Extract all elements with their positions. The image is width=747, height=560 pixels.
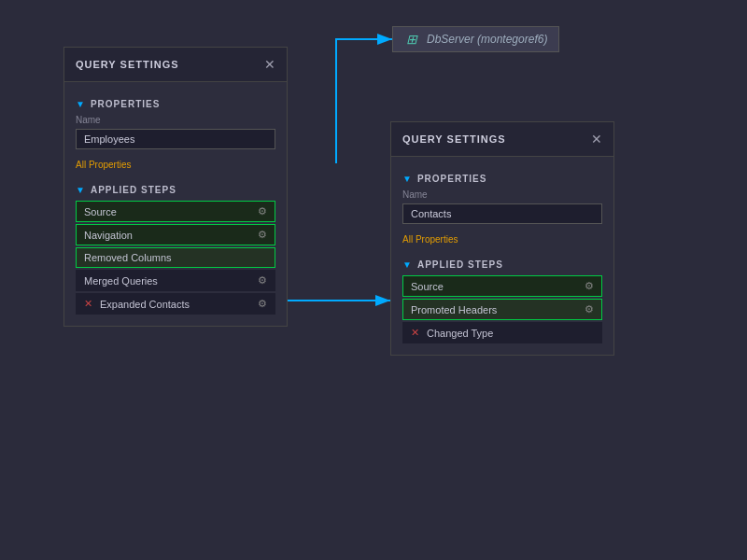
right-step-source[interactable]: Source ⚙ — [402, 275, 602, 297]
right-panel-header: QUERY SETTINGS ✕ — [391, 122, 613, 157]
left-panel-close-button[interactable]: ✕ — [264, 57, 275, 72]
left-step-expanded-contacts[interactable]: ✕ Expanded Contacts ⚙ — [76, 293, 275, 315]
left-step-navigation[interactable]: Navigation ⚙ — [76, 224, 275, 245]
right-step-changed-type-x-icon: ✕ — [411, 327, 419, 339]
left-applied-steps-section-header: ▼ APPLIED STEPS — [76, 185, 275, 195]
left-panel-title: QUERY SETTINGS — [76, 59, 179, 70]
right-steps-triangle: ▼ — [402, 259, 412, 270]
right-step-source-label: Source — [411, 281, 444, 292]
left-step-source-label: Source — [84, 206, 117, 217]
right-properties-triangle: ▼ — [402, 174, 412, 184]
left-properties-section-header: ▼ PROPERTIES — [76, 99, 275, 109]
left-step-merged-queries-gear-icon[interactable]: ⚙ — [258, 274, 267, 287]
right-step-source-gear-icon[interactable]: ⚙ — [585, 280, 594, 292]
left-step-source-gear-icon[interactable]: ⚙ — [258, 205, 267, 217]
db-icon: ⊞ — [404, 32, 419, 47]
left-all-properties-link[interactable]: All Properties — [76, 160, 131, 170]
left-properties-triangle: ▼ — [76, 99, 85, 109]
db-server-badge: ⊞ DbServer (montegoref6) — [392, 26, 559, 52]
right-panel-title: QUERY SETTINGS — [402, 133, 506, 145]
right-panel-close-button[interactable]: ✕ — [591, 132, 602, 147]
left-step-merged-queries-label: Merged Queries — [84, 275, 158, 287]
left-panel-header: QUERY SETTINGS ✕ — [64, 48, 287, 82]
right-step-promoted-headers[interactable]: Promoted Headers ⚙ — [402, 299, 602, 320]
right-steps-title: APPLIED STEPS — [417, 259, 503, 270]
left-step-expanded-contacts-x-icon: ✕ — [84, 298, 92, 310]
db-server-label: DbServer (montegoref6) — [427, 33, 547, 46]
right-all-properties-link[interactable]: All Properties — [402, 234, 458, 245]
right-step-changed-type-label: Changed Type — [427, 328, 493, 339]
right-properties-section-header: ▼ PROPERTIES — [402, 174, 602, 184]
left-step-removed-columns-label: Removed Columns — [84, 252, 172, 263]
left-step-navigation-label: Navigation — [84, 230, 133, 241]
right-query-settings-panel: QUERY SETTINGS ✕ ▼ PROPERTIES Name All P… — [390, 121, 614, 356]
left-step-expanded-contacts-gear-icon[interactable]: ⚙ — [258, 298, 267, 310]
left-step-navigation-gear-icon[interactable]: ⚙ — [258, 229, 267, 241]
right-applied-steps-section-header: ▼ APPLIED STEPS — [402, 259, 602, 270]
left-query-settings-panel: QUERY SETTINGS ✕ ▼ PROPERTIES Name All P… — [63, 47, 288, 327]
right-name-label: Name — [402, 189, 602, 200]
right-name-input[interactable] — [402, 203, 602, 224]
left-steps-title: APPLIED STEPS — [91, 185, 176, 195]
left-steps-list: Source ⚙ Navigation ⚙ Removed Columns — [76, 201, 275, 315]
right-steps-list: Source ⚙ Promoted Headers ⚙ ✕ Changed Ty… — [402, 275, 602, 343]
left-properties-title: PROPERTIES — [91, 99, 160, 109]
right-panel-body: ▼ PROPERTIES Name All Properties ▼ APPLI… — [391, 157, 613, 355]
left-steps-triangle: ▼ — [76, 185, 85, 195]
right-step-promoted-headers-gear-icon[interactable]: ⚙ — [585, 303, 594, 315]
left-step-merged-queries[interactable]: Merged Queries ⚙ — [76, 270, 275, 291]
right-step-changed-type[interactable]: ✕ Changed Type — [402, 322, 602, 343]
right-step-promoted-headers-label: Promoted Headers — [411, 304, 497, 315]
left-step-source[interactable]: Source ⚙ — [76, 201, 275, 222]
left-name-input[interactable] — [76, 129, 275, 149]
left-step-removed-columns[interactable]: Removed Columns — [76, 247, 275, 268]
left-step-expanded-contacts-label: Expanded Contacts — [100, 299, 190, 310]
left-panel-body: ▼ PROPERTIES Name All Properties ▼ APPLI… — [64, 82, 287, 326]
left-name-label: Name — [76, 115, 275, 125]
right-properties-title: PROPERTIES — [417, 174, 486, 184]
